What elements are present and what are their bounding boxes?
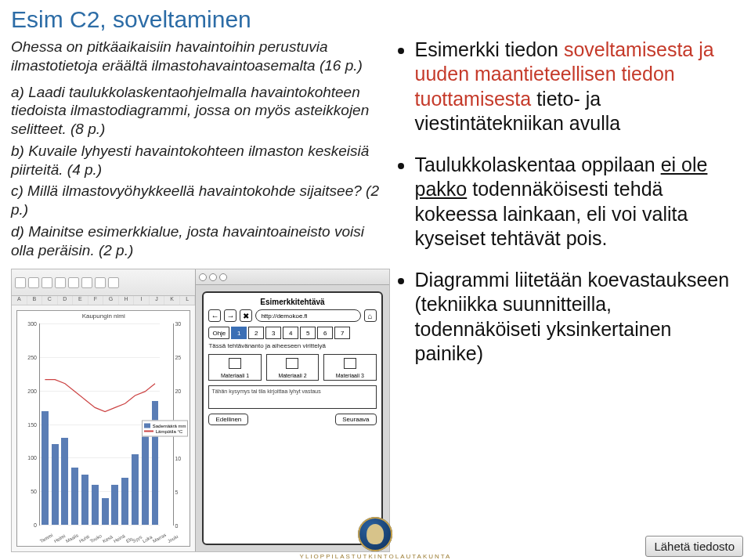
task-d: d) Mainitse esimerkkialue, josta havaint…	[11, 222, 390, 260]
ytick-left: 100	[21, 455, 37, 461]
tab-5[interactable]: 5	[300, 327, 316, 339]
ytick-left: 150	[21, 421, 37, 427]
col-header: H	[119, 296, 135, 305]
ytick-right: 10	[175, 456, 187, 461]
tab-3[interactable]: 3	[265, 327, 281, 339]
ytick-right: 20	[175, 388, 187, 394]
close-icon[interactable]: ✖	[240, 309, 252, 322]
ytick-right: 5	[175, 490, 187, 495]
window-control-icon[interactable]	[209, 273, 217, 281]
tab-7[interactable]: 7	[334, 327, 350, 339]
legend-line: Lämpötila °C	[156, 429, 182, 434]
chart-title: Kaupungin nimi	[82, 313, 125, 320]
col-header: L	[180, 296, 196, 305]
toolbar-button[interactable]	[55, 277, 66, 288]
chart-bar	[52, 444, 59, 525]
col-header: C	[42, 296, 58, 305]
col-header: B	[27, 296, 43, 305]
spreadsheet-toolbar	[12, 269, 195, 296]
task-c: c) Millä ilmastovyöhykkeellä havaintokoh…	[11, 182, 390, 219]
spreadsheet-column-headers: A B C D E F G H I J K L	[12, 296, 195, 305]
chart-legend: Sademäärä mm Lämpötila °C	[142, 421, 189, 437]
toolbar-button[interactable]	[68, 277, 79, 288]
toolbar-button[interactable]	[81, 277, 92, 288]
bullet-1: Esimerkki tiedon soveltamisesta ja uuden…	[415, 38, 740, 135]
bullet-2: Taulukkolaskentaa oppilaan ei ole pakko …	[415, 153, 740, 251]
wireframe-topbar	[196, 269, 388, 285]
material-card[interactable]: Materiaali 2	[266, 354, 319, 381]
task-b: b) Kuvaile lyhyesti havaintokohteen ilma…	[11, 142, 390, 179]
col-header: D	[58, 296, 74, 305]
window-control-icon[interactable]	[219, 273, 227, 281]
figure-composite: A B C D E F G H I J K L	[11, 269, 390, 552]
url-field[interactable]: http://demokoe.fi	[255, 309, 360, 322]
tab-1[interactable]: 1	[231, 327, 247, 339]
window-control-icon[interactable]	[199, 273, 207, 281]
next-button[interactable]: Seuraava	[335, 414, 376, 425]
tab-ohje[interactable]: Ohje	[208, 327, 229, 339]
chart-bar	[81, 475, 88, 525]
back-icon[interactable]: ←	[208, 309, 221, 322]
col-header: I	[134, 296, 150, 305]
slide-title: Esim C2, soveltaminen	[11, 6, 740, 33]
bullet-3: Diagrammi liitetään koevastaukseen (tekn…	[415, 268, 740, 366]
tab-6[interactable]: 6	[317, 327, 333, 339]
toolbar-button[interactable]	[28, 277, 39, 288]
climate-chart: Kaupungin nimi 050100150200250300 051015…	[16, 310, 190, 547]
wireframe-browser: Esimerkkitehtävä ← → ✖ http://demokoe.fi…	[196, 269, 388, 551]
logo-text: YLIOPPILASTUTKINTOLAUTAKUNTA	[300, 553, 452, 560]
task-a: a) Laadi taulukkolaskentaohjelmalla hava…	[11, 83, 390, 139]
toolbar-button[interactable]	[42, 277, 52, 288]
toolbar-button[interactable]	[15, 277, 26, 288]
material-card[interactable]: Materiaali 1	[208, 354, 261, 381]
ytick-left: 200	[21, 388, 37, 393]
tab-2[interactable]: 2	[248, 327, 264, 339]
ytick-right: 25	[175, 355, 187, 360]
ytick-left: 300	[21, 321, 37, 327]
toolbar-button[interactable]	[108, 277, 119, 288]
col-header: A	[12, 296, 27, 305]
toolbar-button[interactable]	[95, 277, 106, 288]
send-file-button[interactable]: Lähetä tiedosto	[645, 536, 743, 557]
col-header: F	[88, 296, 104, 305]
ytick-left: 50	[21, 489, 37, 494]
intro-text: Ohessa on pitkäaikaisiin havaintoihin pe…	[11, 38, 390, 75]
answer-field[interactable]: Tähän kysymys tai tila kirjoittaa lyhyt …	[208, 385, 376, 409]
prev-button[interactable]: Edellinen	[208, 414, 248, 425]
material-card[interactable]: Materiaali 3	[323, 354, 376, 381]
home-icon[interactable]: ⌂	[364, 309, 377, 322]
col-header: J	[150, 296, 165, 305]
chart-bar	[71, 468, 78, 525]
board-logo: YLIOPPILASTUTKINTOLAUTAKUNTA	[300, 517, 452, 560]
wireframe-prompt: Tässä tehtävänanto ja aiheeseen virittel…	[208, 342, 376, 349]
col-header: K	[164, 296, 180, 305]
chart-bar	[132, 454, 139, 525]
forward-icon[interactable]: →	[224, 309, 236, 322]
logo-icon	[359, 517, 393, 551]
col-header: G	[103, 296, 119, 305]
spreadsheet-app: A B C D E F G H I J K L	[12, 269, 196, 551]
tab-4[interactable]: 4	[283, 327, 298, 339]
chart-bar	[121, 478, 128, 525]
legend-bar: Sademäärä mm	[153, 424, 186, 428]
chart-bar	[61, 438, 68, 525]
col-header: E	[73, 296, 88, 305]
ytick-left: 250	[21, 355, 37, 360]
wireframe-title: Esimerkkitehtävä	[208, 298, 376, 306]
ytick-right: 30	[175, 321, 187, 327]
